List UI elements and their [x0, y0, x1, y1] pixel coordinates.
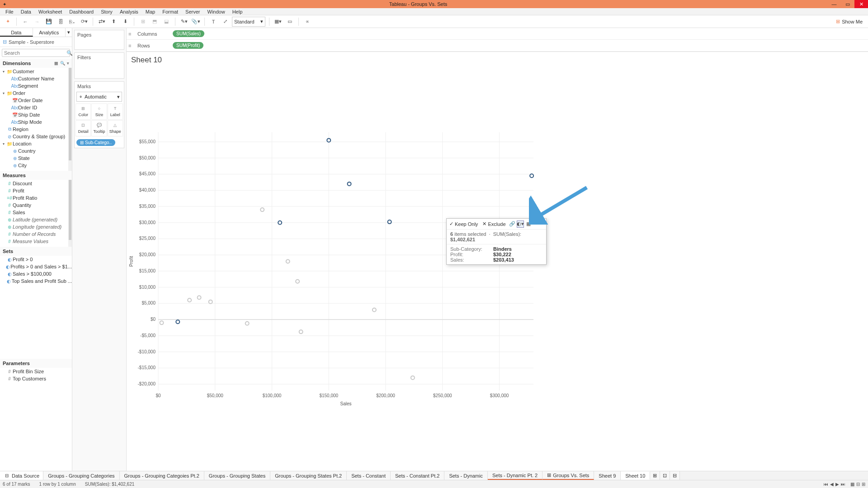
sheet-title[interactable]: Sheet 10: [127, 52, 868, 66]
field-top-sales-and-profit-sub-[interactable]: ◐Top Sales and Profit Sub ...: [0, 277, 72, 285]
view-filmstrip-icon[interactable]: ⊟: [856, 482, 860, 487]
save-button[interactable]: 💾: [44, 17, 54, 27]
nav-last-icon[interactable]: ⏭: [841, 482, 845, 487]
view-thumbs-icon[interactable]: ⊞: [862, 482, 865, 487]
menu-dashboard[interactable]: Dashboard: [66, 9, 97, 14]
share-button[interactable]: ∝: [302, 17, 312, 27]
tab-sets-dynamic-pt-2[interactable]: Sets - Dynamic Pt. 2: [488, 471, 542, 480]
mark-shape[interactable]: △Shape: [108, 120, 123, 136]
sort-asc-button[interactable]: ⬆: [108, 17, 118, 27]
search-box[interactable]: 🔍: [2, 49, 70, 57]
tableau-icon[interactable]: ✦: [3, 17, 13, 27]
columns-pill-sales[interactable]: SUM(Sales): [173, 30, 204, 37]
field-discount[interactable]: #Discount: [0, 180, 72, 187]
menu-help[interactable]: Help: [229, 9, 246, 14]
menu-data[interactable]: Data: [17, 9, 35, 14]
cards-button[interactable]: ▦▾: [273, 17, 283, 27]
new-story-button[interactable]: ⊟: [670, 471, 680, 480]
field-customer-name[interactable]: AbcCustomer Name: [0, 75, 72, 82]
field-number-of-records[interactable]: #Number of Records: [0, 230, 72, 238]
fix-button[interactable]: ⤢: [220, 17, 230, 27]
field-measure-values[interactable]: #Measure Values: [0, 238, 72, 245]
field-top-customers[interactable]: #Top Customers: [0, 375, 72, 382]
create-set-button[interactable]: ◐▾: [517, 221, 524, 228]
mark-color[interactable]: ⊞Color: [75, 103, 91, 120]
find-icon[interactable]: 🔍: [60, 61, 65, 66]
menu-file[interactable]: File: [2, 9, 17, 14]
tab-sets-constant-pt-2[interactable]: Sets - Constant Pt.2: [391, 471, 444, 480]
tab-groups-grouping-categories[interactable]: Groups - Grouping Categories: [43, 471, 119, 480]
field-postal-code[interactable]: ⊕Postal Code: [0, 169, 72, 171]
field-order-id[interactable]: AbcOrder ID: [0, 104, 72, 111]
field-city[interactable]: ⊕City: [0, 162, 72, 169]
field-country-state-group-[interactable]: ⊘Country & State (group): [0, 133, 72, 140]
fit-dropdown[interactable]: Standard▾: [232, 17, 265, 27]
field-quantity[interactable]: #Quantity: [0, 202, 72, 209]
marks-pill-subcategory[interactable]: ⊞Sub-Catego..: [76, 139, 115, 146]
tab-sets-dynamic[interactable]: Sets - Dynamic: [444, 471, 488, 480]
datasource-tab[interactable]: ⊟Data Source: [0, 471, 43, 480]
tab-sets-constant[interactable]: Sets - Constant: [347, 471, 391, 480]
swap-button[interactable]: ⇄▾: [97, 17, 107, 27]
mark-tooltip[interactable]: 💬Tooltip: [91, 120, 107, 136]
new-dashboard-button[interactable]: ⊡: [660, 471, 670, 480]
datasource-row[interactable]: ⊟ Sample - Superstore: [0, 37, 72, 47]
pages-shelf[interactable]: Pages: [75, 30, 124, 39]
nav-prev-icon[interactable]: ◀: [830, 482, 834, 487]
search-input[interactable]: [4, 50, 66, 56]
field-customer[interactable]: ▾📁Customer: [0, 68, 72, 75]
menu-window[interactable]: Window: [204, 9, 229, 14]
field-region[interactable]: ⧉Region: [0, 126, 72, 133]
view-icon[interactable]: ▦: [54, 61, 58, 66]
field-ship-mode[interactable]: AbcShip Mode: [0, 118, 72, 126]
field-profit-0[interactable]: ◐Profit > 0: [0, 256, 72, 263]
mark-detail[interactable]: ⊡Detail: [75, 120, 91, 136]
tab-groups-grouping-states[interactable]: Groups - Grouping States: [204, 471, 270, 480]
view-tabs-icon[interactable]: ▦: [850, 482, 854, 487]
refresh-button[interactable]: ⟳▾: [79, 17, 89, 27]
field-location[interactable]: ▾📁Location: [0, 140, 72, 147]
highlight-button[interactable]: ✎▾: [179, 17, 189, 27]
tab-groups-grouping-categoies-pt-2[interactable]: Groups - Grouping Categoies Pt.2: [120, 471, 204, 480]
tab-analytics[interactable]: Analytics: [33, 28, 66, 37]
field-longitude-generated-[interactable]: ⊕Longitude (generated): [0, 223, 72, 230]
field-order-date[interactable]: 📅Order Date: [0, 97, 72, 104]
field-order[interactable]: ▾📁Order: [0, 89, 72, 97]
menu-story[interactable]: Story: [97, 9, 116, 14]
field-profit[interactable]: #Profit: [0, 187, 72, 194]
view-data-button[interactable]: ▦: [525, 221, 532, 228]
mark-size[interactable]: ○Size: [91, 103, 107, 120]
field-segment[interactable]: AbcSegment: [0, 82, 72, 89]
field-state[interactable]: ⊕State: [0, 155, 72, 162]
menu-server[interactable]: Server: [182, 9, 203, 14]
group-button[interactable]: ⊞: [138, 17, 148, 27]
field-profit-bin-size[interactable]: #Profit Bin Size: [0, 368, 72, 375]
filters-shelf[interactable]: Filters: [75, 53, 124, 62]
new-datasource-button[interactable]: 🗄: [56, 17, 66, 27]
menu-map[interactable]: Map: [142, 9, 159, 14]
new-worksheet-button[interactable]: ⊞: [650, 471, 660, 480]
field-profits-0-and-sales-1-[interactable]: ◐Profits > 0 and Sales > $1...: [0, 263, 72, 270]
field-sales-100-000[interactable]: ◐Sales > $100,000: [0, 270, 72, 277]
menu-format[interactable]: Format: [159, 9, 182, 14]
tab-sheet-10[interactable]: Sheet 10: [621, 471, 650, 480]
field-ship-date[interactable]: 📅Ship Date: [0, 111, 72, 118]
field-profit-ratio[interactable]: =#Profit Ratio: [0, 194, 72, 202]
maximize-button[interactable]: ▭: [841, 0, 854, 8]
text-button[interactable]: T: [208, 17, 218, 27]
group-members-button[interactable]: 🔗: [509, 221, 516, 228]
presentation-button[interactable]: ▭: [285, 17, 295, 27]
labels-button[interactable]: ⬓: [161, 17, 171, 27]
exclude-button[interactable]: ✕Exclude: [481, 220, 507, 228]
forward-button[interactable]: →: [32, 17, 42, 27]
field-latitude-generated-[interactable]: ⊕Latitude (generated): [0, 216, 72, 223]
totals-button[interactable]: ⬒: [150, 17, 160, 27]
rows-pill-profit[interactable]: SUM(Profit): [173, 42, 203, 49]
menu-analysis[interactable]: Analysis: [116, 9, 142, 14]
new-worksheet-dropdown[interactable]: ⎘▾: [67, 17, 77, 27]
mark-label[interactable]: TLabel: [108, 103, 123, 120]
tab-data[interactable]: Data: [0, 28, 33, 37]
marks-type-dropdown[interactable]: ⚬Automatic▾: [76, 92, 122, 102]
minimize-button[interactable]: —: [827, 0, 841, 8]
viz-area[interactable]: $55,000$50,000$45,000$40,000$35,000$30,0…: [127, 66, 868, 471]
